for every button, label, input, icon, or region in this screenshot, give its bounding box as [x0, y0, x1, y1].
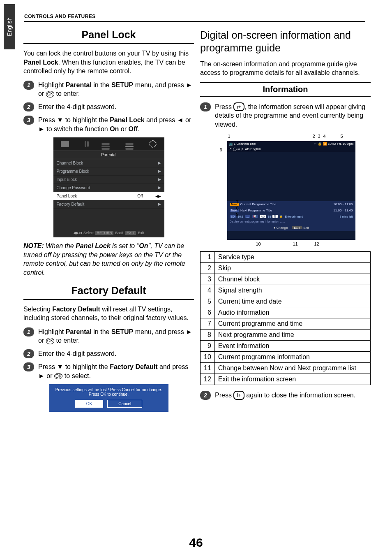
callout-2: 2 [313, 134, 315, 139]
factory-default-step-1: 1 Highlight Parental in the SETUP menu, … [23, 327, 194, 345]
language-tab: English [4, 4, 15, 49]
factory-default-title: Factory Default [23, 285, 194, 300]
epg-programmes: NowCurrent Programme Title10:00 - 11:00 … [227, 201, 355, 231]
menu-row: Factory Default▶ [53, 200, 164, 209]
table-row: 4Signal strength [201, 285, 371, 296]
step-number-icon: 2 [200, 391, 211, 400]
epg-next-row: NextNext Programme Title11:00 - 11:45 [227, 207, 355, 214]
dialog-message: Previous settings will be lost ! Press C… [53, 388, 164, 397]
epg-diagram: 📺 1 Channel Title ↔ 🔒 📶 10:52 Fri, 10 Ap… [208, 133, 364, 248]
callout-8: 8 [236, 206, 239, 211]
step-number-icon: 1 [23, 81, 34, 90]
step-text: Highlight Parental in the SETUP menu, an… [38, 327, 194, 345]
menu-row: Channel Block▶ [53, 159, 164, 167]
step-number-icon: 2 [23, 102, 34, 111]
panel-lock-step-3: 3 Press ▼ to highlight the Panel Lock an… [23, 116, 194, 133]
step-number-icon: 3 [23, 116, 34, 125]
page: English CONTROLS AND FEATURES Panel Lock… [0, 0, 392, 557]
menu-row: Change Password▶ [53, 184, 164, 192]
information-step-1: 1 Press i+, the information screen will … [200, 102, 371, 129]
table-row: 12Exit the information screen [201, 374, 371, 385]
step-text: Press ▼ to highlight the Panel Lock and … [38, 116, 194, 133]
table-row: 3Channel block [201, 274, 371, 285]
factory-default-step-3: 3 Press ▼ to highlight the Factory Defau… [23, 362, 194, 380]
tab-icon [125, 143, 134, 145]
table-row: 2Skip [201, 263, 371, 274]
tab-icon [101, 143, 110, 145]
dialog-ok-button: OK [75, 400, 103, 408]
header-rule [24, 21, 365, 22]
callout-1: 1 [228, 134, 231, 139]
step-text: Press i+ again to close the information … [215, 391, 355, 400]
language-tab-label: English [6, 17, 13, 36]
epg-screen: 📺 1 Channel Title ↔ 🔒 📶 10:52 Fri, 10 Ap… [227, 141, 355, 240]
epg-audiobar: ᴰᴰ ◯ ∞ ♬ AD English [227, 146, 355, 152]
info-button-icon: i+ [233, 391, 244, 400]
ok-icon: OK [46, 91, 54, 97]
epg-titlebar: 📺 1 Channel Title ↔ 🔒 📶 10:52 Fri, 10 Ap… [227, 141, 355, 146]
table-row: 6Audio information [201, 307, 371, 318]
ok-icon: OK [54, 373, 62, 380]
table-row: 10Current programme information [201, 352, 371, 363]
factory-default-intro: Selecting Factory Default will reset all… [23, 305, 194, 323]
table-row: 7Current programme and time [201, 318, 371, 330]
step-number-icon: 3 [23, 362, 34, 371]
left-column: Panel Lock You can lock the control butt… [23, 29, 194, 412]
menu-row: Programme Block▶ [53, 167, 164, 176]
step-text: Press i+, the information screen will ap… [215, 102, 371, 129]
step-number-icon: 1 [23, 327, 34, 337]
panel-lock-step-1: 1 Highlight Parental in the SETUP menu, … [23, 81, 194, 98]
step-text: Enter the 4-digit password. [38, 349, 116, 358]
table-row: 8Next programme and time [201, 330, 371, 341]
menu-tab-bar [53, 137, 164, 151]
table-row: 5Current time and date [201, 296, 371, 307]
information-step-2: 2 Press i+ again to close the informatio… [200, 391, 371, 400]
panel-lock-intro: You can lock the control buttons on your… [23, 49, 194, 76]
menu-padding [53, 209, 164, 229]
page-header: CONTROLS AND FEATURES [24, 14, 96, 19]
callout-9: 9 [236, 212, 239, 217]
gear-icon [149, 140, 157, 148]
epg-description: Display current programme information ..… [227, 219, 355, 224]
epg-footer: ● Change EXIT Exit [227, 224, 355, 231]
ok-icon: OK [46, 338, 54, 344]
digital-guide-intro: The on-screen information and programme … [200, 60, 371, 77]
table-row: 9Event information [201, 341, 371, 352]
menu-row-selected: Panel LockOff◀▶ [53, 192, 164, 200]
callout-3: 3 [318, 134, 321, 139]
panel-lock-note: NOTE: When the Panel Lock is set to "On"… [23, 241, 194, 277]
digital-guide-subtitle: Digital on-screen information and progra… [200, 29, 371, 55]
callout-7: 7 [236, 200, 239, 204]
callout-5: 5 [341, 134, 343, 139]
information-heading: Information [200, 82, 371, 97]
step-text: Enter the 4-digit password. [38, 102, 116, 111]
parental-menu-screenshot: Parental Channel Block▶ Programme Block▶… [53, 137, 164, 237]
tab-icon [85, 141, 86, 147]
step-number-icon: 2 [23, 349, 34, 358]
callout-6: 6 [220, 147, 222, 152]
callout-10: 10 [256, 241, 261, 246]
factory-dialog-screenshot: Previous settings will be lost ! Press C… [49, 384, 168, 412]
epg-now-row: NowCurrent Programme Title10:00 - 11:00 [227, 201, 355, 207]
tab-icon [61, 141, 69, 147]
panel-lock-step-2: 2 Enter the 4-digit password. [23, 102, 194, 111]
menu-footer: ◀▶/● Select RETURN Back EXIT Exit [53, 229, 164, 237]
step-text: Press ▼ to highlight the Factory Default… [38, 362, 194, 380]
info-button-icon: i+ [233, 102, 244, 111]
factory-default-step-2: 2 Enter the 4-digit password. [23, 349, 194, 358]
table-row: 11Change between Now and Next programme … [201, 363, 371, 374]
epg-info-row: SD 16:9 … 📢 AD 18 ▧ 🔒 Entertainment 8 mi… [227, 214, 355, 219]
panel-lock-title: Panel Lock [23, 29, 194, 44]
callout-11: 11 [293, 241, 298, 246]
page-number: 46 [0, 536, 392, 550]
dialog-buttons: OK Cancel [53, 400, 164, 408]
menu-row: Input Block▶ [53, 176, 164, 184]
step-number-icon: 1 [200, 102, 211, 111]
epg-body [227, 152, 355, 201]
callout-legend-table: 1Service type 2Skip 3Channel block 4Sign… [200, 251, 371, 385]
step-text: Highlight Parental in the SETUP menu, an… [38, 81, 194, 98]
table-row: 1Service type [201, 252, 371, 263]
right-column: Digital on-screen information and progra… [200, 29, 371, 404]
menu-heading: Parental [53, 151, 164, 159]
callout-12: 12 [314, 241, 319, 246]
